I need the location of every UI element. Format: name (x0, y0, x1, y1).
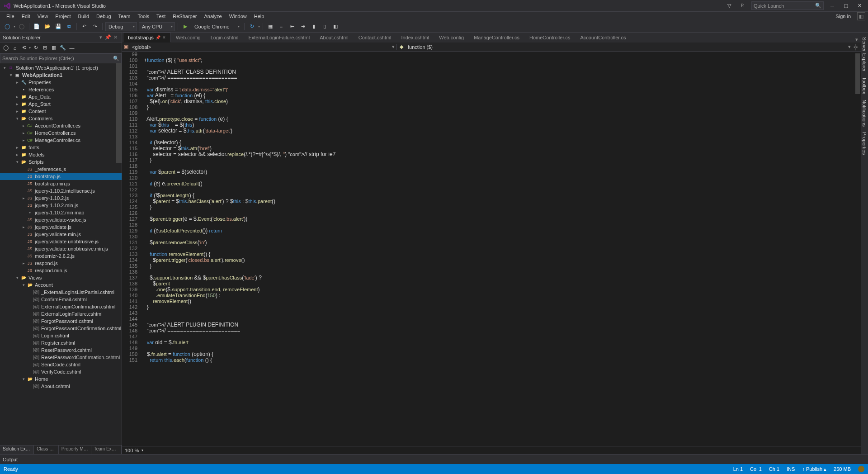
tab-solution-explorer[interactable]: Solution Explo… (0, 446, 34, 454)
tree-node[interactable]: JSbootstrap.min.js (0, 180, 122, 187)
tree-node[interactable]: ▸📁fonts (0, 144, 122, 151)
tree-node[interactable]: ▸📁Content (0, 108, 122, 115)
panel-close-icon[interactable]: ✕ (112, 34, 119, 41)
expander-icon[interactable]: ▾ (14, 116, 20, 121)
menu-build[interactable]: Build (75, 13, 93, 20)
collapse-icon[interactable]: ⊟ (41, 44, 49, 52)
config-dropdown[interactable]: Debug (105, 22, 137, 31)
tab-toolbox[interactable]: Toolbox (862, 74, 867, 97)
tree-node[interactable]: [@]ForgotPasswordConfirmation.cshtml (0, 325, 122, 332)
expander-icon[interactable]: ▸ (14, 152, 20, 157)
menu-debug[interactable]: Debug (93, 13, 114, 20)
tree-node[interactable]: [@]VerifyCode.cshtml (0, 368, 122, 375)
expander-icon[interactable]: ▸ (21, 131, 26, 135)
doc-tab[interactable]: Web.config (434, 33, 469, 43)
menu-project[interactable]: Project (52, 13, 74, 20)
maximize-button[interactable]: ▢ (841, 2, 851, 10)
toolbar-uncomment[interactable]: ▯ (320, 22, 329, 31)
tab-notifications[interactable]: Notifications (862, 97, 867, 129)
menu-window[interactable]: Window (226, 13, 250, 20)
solution-search-input[interactable]: Search Solution Explorer (Ctrl+;) 🔍 (0, 53, 122, 63)
minimize-button[interactable]: ─ (827, 2, 837, 10)
toolbar-btn-2[interactable]: ≡ (277, 22, 286, 31)
expander-icon[interactable]: ▸ (14, 95, 20, 99)
properties-icon[interactable]: 🔧 (59, 44, 67, 52)
menu-tools[interactable]: Tools (134, 13, 153, 20)
expander-icon[interactable]: ▾ (2, 66, 7, 70)
split-icon[interactable]: ╬ (853, 44, 859, 50)
run-target-dropdown[interactable]: Google Chrome (192, 22, 241, 31)
doc-tab[interactable]: Login.cshtml (206, 33, 244, 43)
notifications-icon[interactable]: ⚐ (738, 2, 748, 10)
tree-node[interactable]: [@]ConfirmEmail.cshtml (0, 296, 122, 303)
menu-test[interactable]: Test (153, 13, 169, 20)
tree-node[interactable]: ▸📁App_Data (0, 93, 122, 100)
doc-tab[interactable]: ExternalLoginFailure.cshtml (243, 33, 315, 43)
doc-tab[interactable]: AccountController.cs (576, 33, 631, 43)
toolbar-indent-in[interactable]: ⇥ (298, 22, 307, 31)
tree-node[interactable]: ▸JSrespond.js (0, 260, 122, 267)
tree-node[interactable]: JS_references.js (0, 166, 122, 173)
tree-node[interactable]: [@]SendCode.cshtml (0, 361, 122, 368)
tree-node[interactable]: JSjquery-1.10.2.min.js (0, 202, 122, 209)
pin-icon[interactable]: 📌 (156, 35, 160, 40)
tree-node[interactable]: ▸📁App_Start (0, 100, 122, 108)
output-panel-header[interactable]: Output (0, 454, 868, 464)
doc-tab[interactable]: Index.cshtml (396, 33, 434, 43)
tree-node[interactable]: ▪References (0, 86, 122, 93)
tree-node[interactable]: ▸JSjquery.validate.js (0, 223, 122, 231)
menu-edit[interactable]: Edit (18, 13, 34, 20)
show-all-icon[interactable]: ▦ (50, 44, 58, 52)
menu-view[interactable]: View (34, 13, 52, 20)
toolbar-comment[interactable]: ▮ (309, 22, 318, 31)
zoom-level[interactable]: 100 %▾ (122, 446, 861, 454)
toolbar-indent-out[interactable]: ⇤ (288, 22, 297, 31)
tree-node[interactable]: [@]_ExternalLoginsListPartial.cshtml (0, 289, 122, 296)
expander-icon[interactable]: ▸ (21, 123, 26, 128)
quick-launch-input[interactable]: Quick Launch 🔍 (751, 1, 824, 10)
expander-icon[interactable]: ▸ (14, 109, 20, 114)
expander-icon[interactable]: ▸ (21, 196, 26, 200)
tree-node[interactable]: ▫jquery-1.10.2.min.map (0, 209, 122, 216)
doc-tab[interactable]: HomeController.cs (524, 33, 575, 43)
code-content[interactable]: +function ($) { "use strict"; "com">// A… (144, 52, 861, 446)
sync-icon[interactable]: ⟲ (20, 44, 28, 52)
tree-node[interactable]: JSjquery.validate-vsdoc.js (0, 216, 122, 223)
user-icon[interactable]: ◧ (857, 12, 865, 20)
refresh-icon[interactable]: ↻ (32, 44, 40, 52)
save-button[interactable]: 💾 (54, 22, 63, 31)
tree-node[interactable]: ▾📂Views (0, 274, 122, 281)
tree-node[interactable]: ▸📁Models (0, 151, 122, 158)
start-debug-button[interactable]: ▶ (181, 22, 190, 31)
tree-node[interactable]: JSjquery.validate.unobtrusive.min.js (0, 245, 122, 252)
tree-scrollbar-thumb[interactable] (116, 63, 122, 163)
tree-node[interactable]: JSjquery-1.10.2.intellisense.js (0, 187, 122, 194)
expander-icon[interactable]: ▸ (21, 261, 26, 265)
tab-server-explorer[interactable]: Server Explorer (862, 34, 867, 74)
panel-options-icon[interactable]: ▾ (97, 34, 104, 41)
expander-icon[interactable]: ▸ (21, 138, 26, 142)
undo-button[interactable]: ↶ (80, 22, 89, 31)
close-icon[interactable]: ✕ (162, 35, 166, 40)
nav-forward-button[interactable]: ◯ (17, 22, 26, 31)
editor-scrollbar[interactable] (854, 52, 861, 446)
tree-node[interactable]: JSmodernizr-2.6.2.js (0, 252, 122, 260)
tree-node[interactable]: ▸C#HomeController.cs (0, 129, 122, 137)
doc-tab[interactable]: ManageController.cs (469, 33, 524, 43)
tree-node[interactable]: ▾📂Controllers (0, 115, 122, 122)
scrollbar-thumb[interactable] (855, 53, 860, 94)
tree-node[interactable]: ▾⧉Solution 'WebApplication1' (1 project) (0, 64, 122, 71)
toolbar-btn-1[interactable]: ▦ (266, 22, 275, 31)
browser-link-refresh-button[interactable]: ↻ (247, 22, 256, 31)
nav-back-button[interactable]: ◯ (3, 22, 12, 31)
expander-icon[interactable]: ▸ (21, 225, 26, 229)
menu-resharper[interactable]: ReSharper (169, 13, 200, 20)
tree-node[interactable]: ▸C#AccountController.cs (0, 122, 122, 129)
scope-dropdown[interactable]: <global>▾ (130, 44, 397, 50)
doc-tab[interactable]: bootstrap.js📌✕ (123, 33, 171, 43)
tab-team-explorer[interactable]: Team Explorer (91, 446, 122, 454)
tree-node[interactable]: [@]ExternalLoginFailure.cshtml (0, 310, 122, 318)
expander-icon[interactable]: ▸ (14, 80, 20, 85)
tab-property-manager[interactable]: Property Man… (59, 446, 91, 454)
save-all-button[interactable]: ⧉ (65, 22, 74, 31)
